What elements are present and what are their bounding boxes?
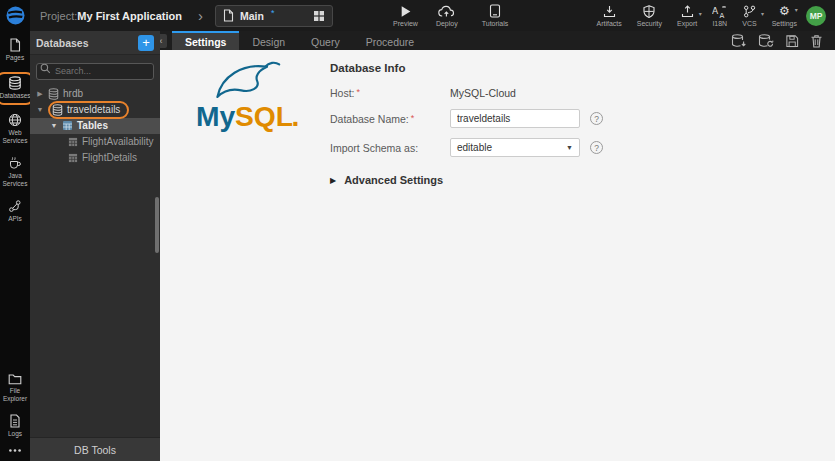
shield-icon bbox=[643, 4, 655, 18]
tree-item-traveldetails[interactable]: ▼ traveldetails bbox=[30, 102, 160, 118]
tab-settings[interactable]: Settings bbox=[172, 31, 239, 50]
tree-item-label: Tables bbox=[77, 120, 108, 131]
vcs-button[interactable]: ▾ VCS bbox=[738, 4, 760, 27]
chevron-down-icon: ▾ bbox=[795, 3, 798, 17]
more-menu-button[interactable] bbox=[8, 448, 22, 453]
coffee-icon bbox=[8, 156, 22, 170]
tree-item-tables[interactable]: ▼ Tables bbox=[30, 118, 160, 134]
log-icon bbox=[9, 414, 21, 428]
chevron-down-icon: ▾ bbox=[761, 10, 764, 17]
top-bar: Project:My First Application › Main * Pr… bbox=[0, 0, 835, 31]
upload-icon: ▾ bbox=[681, 4, 694, 18]
import-schema-label: Import Schema as: bbox=[330, 142, 450, 154]
panel-scrollbar[interactable] bbox=[155, 197, 159, 253]
database-icon bbox=[52, 104, 63, 116]
content-tab-bar: « Settings Design Query Procedure bbox=[160, 31, 835, 50]
tree-item-flightdetails[interactable]: FlightDetails bbox=[30, 150, 160, 166]
pages-grid-icon[interactable] bbox=[313, 10, 325, 22]
collapse-arrow-icon[interactable]: ▼ bbox=[36, 106, 44, 113]
expand-arrow-icon: ▶ bbox=[330, 176, 336, 185]
db-pull-icon[interactable] bbox=[731, 34, 747, 48]
topbar-right-actions: Artifacts Security ▾ Export AA I18N bbox=[592, 4, 801, 27]
app-window: Project:My First Application › Main * Pr… bbox=[0, 0, 835, 461]
app-logo[interactable] bbox=[0, 0, 30, 31]
table-icon bbox=[68, 137, 78, 147]
svg-text:A: A bbox=[720, 12, 725, 19]
chevron-down-icon: ▾ bbox=[699, 10, 702, 17]
import-schema-select[interactable]: editable ▼ bbox=[450, 138, 580, 157]
database-name-row: Database Name:* ? bbox=[330, 109, 603, 128]
database-toolbar bbox=[731, 31, 835, 50]
i18n-button[interactable]: AA I18N bbox=[708, 4, 731, 27]
page-icon bbox=[223, 9, 234, 22]
host-label: Host:* bbox=[330, 87, 450, 99]
page-tab-label: Main bbox=[240, 10, 264, 22]
search-box bbox=[36, 60, 154, 80]
sidebar-item-apis[interactable]: APIs bbox=[8, 199, 22, 223]
download-icon bbox=[603, 4, 616, 18]
page-tab-main[interactable]: Main * bbox=[215, 5, 333, 27]
translate-icon: AA bbox=[712, 4, 727, 18]
form-heading: Database Info bbox=[330, 62, 603, 74]
breadcrumb: Project:My First Application bbox=[40, 10, 182, 22]
page-icon bbox=[9, 38, 21, 52]
project-name[interactable]: My First Application bbox=[77, 10, 182, 22]
delete-icon[interactable] bbox=[810, 34, 823, 48]
unsaved-indicator: * bbox=[271, 8, 275, 18]
sidebar-item-web-services[interactable]: Web Services bbox=[0, 113, 30, 146]
export-button[interactable]: ▾ Export bbox=[673, 4, 701, 27]
book-icon bbox=[489, 4, 501, 18]
tab-design[interactable]: Design bbox=[239, 31, 298, 50]
tree-item-label: FlightAvailability bbox=[82, 136, 154, 147]
sidebar-item-databases[interactable]: Databases bbox=[0, 72, 34, 104]
tab-query[interactable]: Query bbox=[298, 31, 353, 50]
expand-arrow-icon[interactable]: ▶ bbox=[36, 90, 44, 98]
tree-item-flightavailability[interactable]: FlightAvailability bbox=[30, 134, 160, 150]
security-button[interactable]: Security bbox=[633, 4, 666, 27]
advanced-settings-toggle[interactable]: ▶ Advanced Settings bbox=[330, 174, 603, 186]
database-tree: ▶ hrdb ▼ traveldetails bbox=[30, 86, 160, 438]
sidebar-item-logs[interactable]: Logs bbox=[8, 414, 22, 438]
more-icon bbox=[8, 448, 22, 453]
databases-panel: Databases + ▶ hrdb ▼ bbox=[30, 31, 160, 461]
preview-deploy-group: Preview Deploy bbox=[389, 4, 462, 27]
search-input[interactable] bbox=[36, 63, 154, 80]
tree-item-label: hrdb bbox=[63, 88, 83, 99]
mysql-logo-text-sql: SQL bbox=[235, 100, 293, 132]
chevron-down-icon: ▼ bbox=[566, 144, 573, 151]
db-tools-button[interactable]: DB Tools bbox=[30, 437, 160, 461]
tree-item-hrdb[interactable]: ▶ hrdb bbox=[30, 86, 160, 102]
tutorials-button[interactable]: Tutorials bbox=[478, 4, 513, 27]
settings-button[interactable]: ⚙▾ Settings bbox=[768, 4, 801, 27]
databases-panel-header: Databases + bbox=[30, 31, 160, 55]
sidebar-item-java-services[interactable]: Java Services bbox=[0, 156, 30, 189]
tab-procedure[interactable]: Procedure bbox=[353, 31, 427, 50]
gear-icon: ⚙▾ bbox=[779, 4, 790, 18]
artifacts-button[interactable]: Artifacts bbox=[592, 4, 625, 27]
folder-icon bbox=[8, 373, 22, 385]
save-icon[interactable] bbox=[785, 34, 799, 48]
tables-folder-icon bbox=[62, 120, 73, 131]
add-database-button[interactable]: + bbox=[138, 35, 154, 51]
database-name-label: Database Name:* bbox=[330, 113, 450, 125]
db-refresh-icon[interactable] bbox=[758, 34, 774, 48]
cloud-upload-icon bbox=[438, 4, 455, 18]
required-mark: * bbox=[357, 87, 361, 97]
preview-button[interactable]: Preview bbox=[389, 4, 422, 27]
content-area: « Settings Design Query Procedure bbox=[160, 31, 835, 461]
settings-pane: My SQL . Database Info Host:* MySQL-Clou… bbox=[160, 50, 835, 461]
database-name-input[interactable] bbox=[450, 109, 580, 128]
database-icon bbox=[48, 88, 59, 100]
mysql-logo-text-dot: . bbox=[291, 100, 299, 132]
svg-text:A: A bbox=[712, 6, 719, 16]
help-icon[interactable]: ? bbox=[590, 141, 603, 154]
sidebar-item-pages[interactable]: Pages bbox=[6, 38, 24, 62]
panel-title: Databases bbox=[36, 37, 138, 49]
collapse-arrow-icon[interactable]: ▼ bbox=[50, 122, 58, 129]
tree-item-label: FlightDetails bbox=[82, 152, 137, 163]
deploy-button[interactable]: Deploy bbox=[432, 4, 462, 27]
database-icon bbox=[8, 76, 22, 90]
sidebar-item-file-explorer[interactable]: File Explorer bbox=[0, 373, 30, 404]
user-avatar[interactable]: MP bbox=[806, 6, 826, 26]
help-icon[interactable]: ? bbox=[590, 112, 603, 125]
